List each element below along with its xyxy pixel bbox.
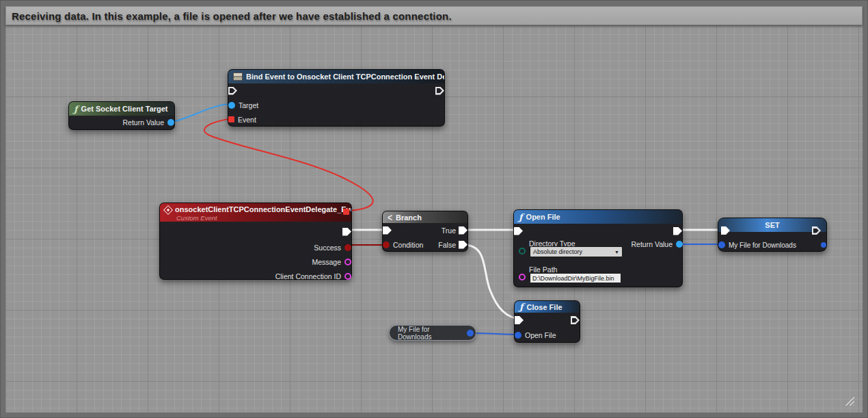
node-header[interactable]: < Branch [383, 211, 467, 223]
var-in-pin[interactable] [718, 241, 725, 248]
comment-resize-handle[interactable] [844, 395, 854, 406]
node-custom-event[interactable]: onsocketClientTCPConnectionEventDelegate… [159, 203, 352, 280]
return-value-pin[interactable] [676, 241, 683, 248]
exec-in-pin[interactable] [515, 316, 524, 324]
blueprint-graph-window: Receiving data. In this example, a file … [0, 0, 868, 418]
node-title: onsocketClientTCPConnectionEventDelegate… [175, 205, 351, 214]
pin-label: Event [238, 116, 256, 124]
file-path-pin[interactable] [519, 274, 526, 280]
node-header[interactable]: ƒ Close File [515, 301, 580, 313]
node-title: Get Socket Client Target [81, 105, 168, 113]
pin-label: Return Value [631, 240, 673, 248]
branch-icon: < [388, 211, 392, 223]
node-header[interactable]: onsocketClientTCPConnectionEventDelegate… [160, 203, 351, 222]
node-subtitle: Custom Event [176, 214, 347, 222]
delegate-out-pin[interactable] [343, 209, 349, 215]
pin-label: False [438, 241, 456, 249]
pin-label: Return Value [122, 118, 164, 127]
success-pin[interactable] [344, 244, 351, 251]
exec-out-pin[interactable] [571, 316, 580, 324]
pin-label: Open File [525, 331, 556, 339]
node-open-file[interactable]: ƒ Open File Directory Type Absolute dire… [513, 209, 683, 287]
comment-header[interactable]: Receiving data. In this example, a file … [5, 6, 863, 25]
node-title: SET [765, 221, 779, 229]
node-title: Close File [527, 303, 562, 311]
node-bind-event[interactable]: Bind Event to Onsocket Client TCPConnect… [228, 69, 445, 127]
comment-title-text: Receiving data. In this example, a file … [12, 10, 452, 22]
exec-out-pin[interactable] [435, 87, 444, 95]
exec-out-pin[interactable] [673, 227, 682, 235]
bind-event-icon [233, 73, 243, 81]
client-connection-id-pin[interactable] [344, 273, 351, 280]
node-title: Branch [396, 213, 422, 222]
variable-label: My File for Downloads [398, 326, 464, 341]
getter-output-pin[interactable] [467, 330, 474, 337]
pin-label: My File for Downloads [729, 241, 796, 249]
pin-label: True [442, 226, 456, 235]
function-icon: ƒ [519, 213, 523, 222]
node-header[interactable]: ƒ Open File [514, 210, 682, 224]
pin-label: Condition [393, 241, 423, 249]
file-path-input[interactable] [530, 273, 621, 283]
open-file-pin[interactable] [515, 332, 521, 339]
pin-label: Message [312, 258, 341, 266]
condition-pin[interactable] [383, 241, 390, 248]
true-pin[interactable] [459, 226, 467, 235]
target-pin[interactable] [228, 102, 235, 109]
directory-type-pin[interactable] [519, 248, 526, 254]
node-header[interactable]: SET [718, 218, 826, 232]
false-pin[interactable] [459, 241, 467, 249]
exec-in-pin[interactable] [383, 226, 392, 235]
return-value-pin[interactable] [167, 119, 174, 126]
custom-event-icon [163, 205, 173, 214]
exec-in-pin[interactable] [228, 87, 237, 95]
chevron-down-icon: ▼ [614, 250, 619, 254]
event-delegate-pin[interactable] [228, 116, 234, 122]
node-header[interactable]: Bind Event to Onsocket Client TCPConnect… [228, 70, 444, 83]
exec-in-pin[interactable] [514, 227, 523, 235]
message-pin[interactable] [344, 259, 351, 265]
node-getter-my-file-for-downloads[interactable]: My File for Downloads [389, 325, 476, 341]
pin-label: Target [239, 101, 258, 109]
directory-type-dropdown[interactable]: Absolute directory ▼ [530, 246, 623, 257]
node-header[interactable]: ƒ Get Socket Client Target [69, 102, 174, 116]
pin-label: Success [314, 244, 341, 252]
var-out-pin[interactable] [821, 242, 826, 248]
pin-label: Client Connection ID [275, 272, 341, 280]
node-branch[interactable]: < Branch True Condition False [382, 211, 468, 252]
node-get-socket-client-target[interactable]: ƒ Get Socket Client Target Return Value [68, 101, 175, 130]
function-icon: ƒ [74, 105, 78, 114]
node-title: Bind Event to Onsocket Client TCPConnect… [246, 73, 444, 81]
function-icon: ƒ [519, 302, 524, 311]
exec-out-pin[interactable] [342, 228, 351, 236]
node-set-variable[interactable]: SET My File for Downloads [718, 218, 827, 252]
node-title: Open File [526, 213, 560, 221]
node-close-file[interactable]: ƒ Close File Open File [514, 300, 580, 343]
